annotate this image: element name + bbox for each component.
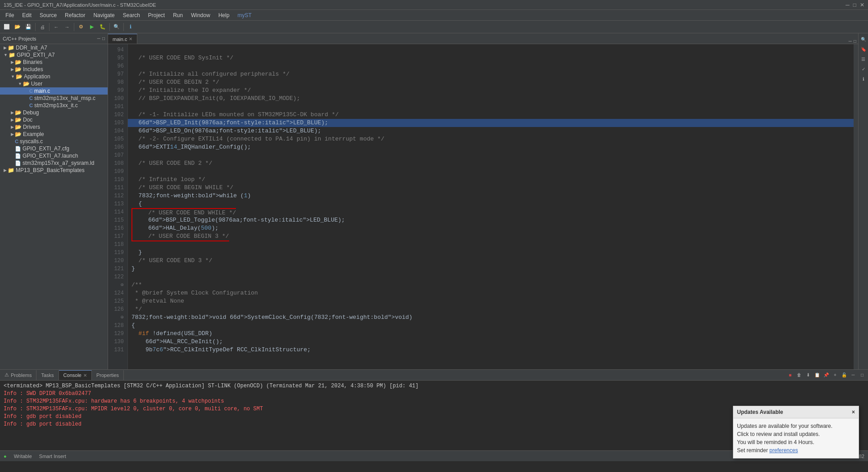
tree-icon-example: 📂	[15, 131, 22, 137]
menu-window[interactable]: Window	[187, 11, 214, 19]
tree-item-halmsp[interactable]: ▶ C stm32mp13xx_hal_msp.c	[0, 95, 108, 102]
update-notif-link[interactable]: preferences	[769, 447, 798, 454]
status-write-mode: Writable	[14, 454, 32, 459]
update-line2: Click to review and install updates.	[737, 430, 855, 438]
menu-file[interactable]: File	[2, 11, 18, 19]
minimize-icon[interactable]: ─	[845, 2, 850, 8]
build-btn[interactable]: ⚙	[76, 22, 86, 32]
tree-icon-drivers: 📂	[15, 124, 22, 130]
tree-label-user: User	[31, 81, 42, 87]
btm-newconsole-btn[interactable]: +	[831, 371, 839, 379]
tree-item-doc[interactable]: ▶ 📂 Doc	[0, 116, 108, 123]
tree-item-ddr[interactable]: ▶ 📁 DDR_Init_A7	[0, 44, 108, 51]
menu-project[interactable]: Project	[145, 11, 168, 19]
right-icon-outline[interactable]: ☰	[859, 55, 868, 63]
bottom-tab-problems[interactable]: ⚠ Problems	[0, 370, 36, 380]
tree-item-syscalls[interactable]: ▶ C syscalls.c	[0, 138, 108, 145]
right-sidebar: 🔍 🔖 ☰ ✓ ℹ	[858, 33, 868, 369]
update-line4: Set reminder preferences	[737, 446, 855, 454]
minimize-panel-icon[interactable]: ─	[97, 36, 100, 41]
update-notif-close[interactable]: ×	[852, 409, 855, 415]
title-bar-controls[interactable]: ─ □ ✕	[845, 2, 864, 8]
tree-item-application[interactable]: ▼ 📂 Application	[0, 73, 108, 80]
btm-pin-btn[interactable]: 📌	[822, 371, 830, 379]
right-icon-info[interactable]: ℹ	[859, 75, 868, 83]
update-notif-header: Updates Available ×	[733, 406, 859, 418]
tab-mainc[interactable]: main.c ✕	[108, 34, 137, 44]
print-btn[interactable]: 🖨	[37, 22, 47, 32]
menu-navigate[interactable]: Navigate	[90, 11, 118, 19]
tree-icon-gpio: 📁	[9, 52, 15, 58]
tree-item-cfg[interactable]: ▶ 📄 GPIO_EXTI_A7.cfg	[0, 145, 108, 152]
update-notif-title: Updates Available	[737, 409, 783, 415]
tree-icon-ddr: 📁	[8, 45, 14, 51]
tree-item-example[interactable]: ▶ 📂 Example	[0, 131, 108, 138]
tree-label-doc: Doc	[23, 117, 32, 123]
code-content[interactable]: /* USER CODE END SysInit */ /* Initializ…	[128, 44, 854, 369]
bottom-tab-properties-label: Properties	[96, 372, 119, 378]
menu-refactor[interactable]: Refactor	[61, 11, 89, 19]
save-btn[interactable]: 💾	[23, 22, 33, 32]
btm-clear-btn[interactable]: 🗑	[795, 371, 803, 379]
menu-edit[interactable]: Edit	[18, 11, 35, 19]
tree-item-debug[interactable]: ▶ 📂 Debug	[0, 109, 108, 116]
status-icon: ●	[4, 454, 7, 459]
tree-item-binaries[interactable]: ▶ 📂 Binaries	[0, 59, 108, 66]
editor-scrollbar[interactable]	[854, 44, 858, 369]
btm-minimize-btn[interactable]: ─	[849, 371, 857, 379]
tree-label-halmsp: stm32mp13xx_hal_msp.c	[34, 95, 95, 101]
title-bar: 135_IDE - GPIO_EXTI_A7/Application/User/…	[0, 0, 868, 10]
open-btn[interactable]: 📂	[13, 22, 23, 32]
tree-icon-binaries: 📂	[15, 59, 22, 65]
menu-help[interactable]: Help	[215, 11, 233, 19]
title-text: 135_IDE - GPIO_EXTI_A7/Application/User/…	[4, 2, 156, 8]
menu-search[interactable]: Search	[119, 11, 144, 19]
menu-myst[interactable]: myST	[234, 11, 255, 19]
tree-label-binaries: Binaries	[23, 59, 42, 65]
tree-label-sysram: stm32mp157xx_a7_sysram.ld	[23, 160, 94, 166]
bottom-tab-properties[interactable]: Properties	[92, 370, 124, 380]
tree-icon-user: 📂	[23, 81, 30, 87]
tab-mainc-close[interactable]: ✕	[129, 36, 132, 41]
tree-item-gpio[interactable]: ▼ 📁 GPIO_EXTI_A7	[0, 51, 108, 59]
btm-copy-btn[interactable]: 📋	[813, 371, 821, 379]
run-btn[interactable]: ▶	[87, 22, 97, 32]
btm-scroll-btn[interactable]: ⬇	[804, 371, 812, 379]
tree-item-launch[interactable]: ▶ 📄 GPIO_EXTI_A7.launch	[0, 152, 108, 159]
btm-open-btn[interactable]: 🔓	[840, 371, 848, 379]
btm-maximize-btn[interactable]: □	[858, 371, 866, 379]
editor-minimize-icon[interactable]: ─	[849, 39, 852, 44]
menu-source[interactable]: Source	[36, 11, 60, 19]
bottom-tab-console-close[interactable]: ✕	[83, 373, 87, 378]
back-btn[interactable]: ←	[51, 22, 61, 32]
tree-item-includes[interactable]: ▶ 📂 Includes	[0, 66, 108, 73]
bottom-tab-console[interactable]: Console ✕	[59, 370, 92, 380]
forward-btn[interactable]: →	[62, 22, 72, 32]
debug-btn[interactable]: 🐛	[98, 22, 108, 32]
right-icon-bookmark[interactable]: 🔖	[859, 45, 868, 53]
info-btn[interactable]: ℹ	[126, 22, 136, 32]
maximize-icon[interactable]: □	[853, 2, 856, 8]
tree-item-user[interactable]: ▼ 📂 User	[0, 80, 108, 87]
maximize-panel-icon[interactable]: □	[102, 36, 105, 41]
tree-label-drivers: Drivers	[23, 124, 40, 130]
tree-item-sysram[interactable]: ▶ 📄 stm32mp157xx_a7_sysram.ld	[0, 159, 108, 167]
tree-item-it[interactable]: ▶ C stm32mp13xx_it.c	[0, 102, 108, 109]
tree-item-mainc[interactable]: ▶ C main.c	[0, 87, 108, 95]
tree-item-drivers[interactable]: ▶ 📂 Drivers	[0, 123, 108, 131]
right-icon-search[interactable]: 🔍	[859, 35, 868, 43]
sep4	[109, 23, 110, 31]
tree-icon-syscalls: C	[15, 139, 18, 144]
bottom-tab-tasks[interactable]: Tasks	[36, 370, 59, 380]
editor-maximize-icon[interactable]: □	[854, 39, 856, 44]
search-toolbar-btn[interactable]: 🔍	[112, 22, 122, 32]
left-panel: C/C++ Projects ─ □ ▶ 📁 DDR_Init_A7 ▼ 📁 G…	[0, 33, 108, 369]
right-icon-tasks[interactable]: ✓	[859, 65, 868, 73]
tree-item-mp13bsp[interactable]: ▶ 📁 MP13_BSP_BasicTemplates	[0, 167, 108, 174]
menu-run[interactable]: Run	[169, 11, 186, 19]
close-icon[interactable]: ✕	[860, 2, 864, 8]
tree-arrow-doc: ▶	[11, 118, 14, 122]
btm-stop-btn[interactable]: ■	[786, 371, 794, 379]
menu-bar: File Edit Source Refactor Navigate Searc…	[0, 10, 868, 21]
new-btn[interactable]: ⬜	[2, 22, 12, 32]
